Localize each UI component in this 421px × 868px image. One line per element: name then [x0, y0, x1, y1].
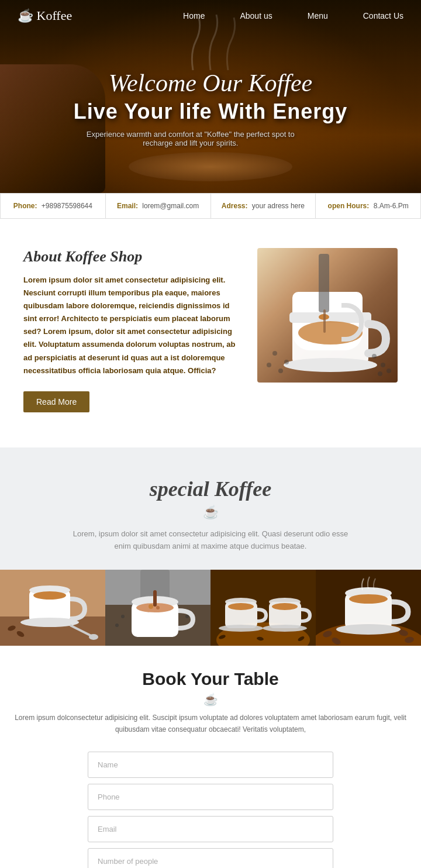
- nav-home[interactable]: Home: [183, 11, 205, 20]
- svg-point-13: [378, 371, 382, 376]
- coffee-image-1: [0, 570, 105, 646]
- booking-form: submit: [88, 752, 333, 868]
- svg-point-35: [121, 615, 125, 618]
- coffee-image-3: [210, 570, 316, 646]
- svg-point-22: [89, 634, 98, 640]
- book-coffee-icon: ☕: [12, 693, 409, 707]
- svg-point-7: [272, 351, 277, 356]
- info-bar: Phone: +989875598644 Email: lorem@gmail.…: [0, 193, 421, 219]
- about-section: About Koffee Shop Lorem ipsum dolor sit …: [0, 219, 421, 447]
- hero-script-title: Welcome Our Koffee: [74, 69, 347, 97]
- phone-input[interactable]: [88, 784, 333, 810]
- about-text-block: About Koffee Shop Lorem ipsum dolor sit …: [23, 248, 240, 412]
- read-more-button[interactable]: Read More: [23, 391, 89, 412]
- svg-point-8: [284, 360, 289, 364]
- nav-links-list: Home About us Menu Contact Us: [183, 11, 403, 21]
- svg-point-43: [228, 603, 254, 610]
- special-coffee-icon: ☕: [12, 505, 409, 520]
- address-value: your adress here: [252, 202, 305, 210]
- svg-point-48: [263, 625, 307, 632]
- main-navigation: ☕ Koffee Home About us Menu Contact Us: [0, 0, 421, 32]
- hero-bold-title: Live Your life With Energy: [74, 99, 347, 124]
- hours-value: 8.Am-6.Pm: [374, 202, 409, 210]
- info-phone: Phone: +989875598644: [1, 194, 106, 218]
- svg-point-31: [149, 604, 153, 609]
- svg-point-19: [33, 591, 66, 600]
- email-value: lorem@gmail.com: [142, 202, 199, 210]
- email-input[interactable]: [88, 816, 333, 842]
- address-label: Adress:: [222, 202, 248, 210]
- about-coffee-image: [257, 248, 398, 383]
- people-input[interactable]: [88, 848, 333, 868]
- phone-label: Phone:: [13, 202, 37, 210]
- hero-subtitle: Experience warmth and comfort at "Koffee…: [74, 130, 308, 147]
- svg-rect-34: [153, 590, 157, 607]
- hero-content: Welcome Our Koffee Live Your life With E…: [74, 46, 347, 147]
- svg-point-14: [387, 368, 391, 373]
- book-title: Book Your Table: [12, 669, 409, 689]
- svg-point-32: [156, 606, 160, 609]
- special-description: Lorem, ipsum dolor sit amet consectetur …: [64, 528, 357, 553]
- svg-point-47: [272, 603, 298, 610]
- coffee-images-row: [0, 570, 421, 646]
- nav-about[interactable]: About us: [240, 11, 272, 20]
- coffee-plate-decoration: [129, 152, 292, 181]
- name-input[interactable]: [88, 752, 333, 778]
- svg-point-9: [267, 363, 271, 367]
- email-label: Email:: [117, 202, 138, 210]
- svg-point-2: [298, 321, 363, 345]
- info-email: Email: lorem@gmail.com: [106, 194, 211, 218]
- svg-point-3: [284, 358, 377, 372]
- nav-menu[interactable]: Menu: [308, 11, 328, 20]
- site-logo[interactable]: ☕ Koffee: [18, 8, 72, 23]
- coffee-image-4: [316, 570, 421, 646]
- svg-point-10: [278, 368, 283, 373]
- svg-rect-4: [319, 254, 329, 312]
- about-title: About Koffee Shop: [23, 248, 240, 266]
- svg-point-57: [336, 624, 401, 635]
- svg-point-44: [219, 625, 263, 632]
- about-body: Lorem ipsum dolor sit amet consectetur a…: [23, 274, 240, 377]
- svg-rect-6: [323, 309, 326, 333]
- coffee-image-2: [105, 570, 210, 646]
- svg-point-12: [381, 363, 385, 367]
- coffee-image-svg: [257, 248, 398, 383]
- nav-contact[interactable]: Contact Us: [363, 11, 403, 20]
- special-title: special Koffee: [12, 477, 409, 501]
- svg-point-56: [349, 594, 388, 604]
- svg-point-11: [372, 354, 377, 359]
- special-section: special Koffee ☕ Lorem, ipsum dolor sit …: [0, 447, 421, 646]
- book-table-section: Book Your Table ☕ Lorem ipsum dolconsect…: [0, 646, 421, 868]
- phone-value: +989875598644: [42, 202, 92, 210]
- book-description: Lorem ipsum dolconsectetur adipisicing e…: [12, 712, 409, 735]
- hours-label: open Hours:: [328, 202, 370, 210]
- svg-point-37: [115, 624, 119, 627]
- info-hours: open Hours: 8.Am-6.Pm: [316, 194, 420, 218]
- info-address: Adress: your adress here: [211, 194, 316, 218]
- svg-point-36: [185, 615, 189, 618]
